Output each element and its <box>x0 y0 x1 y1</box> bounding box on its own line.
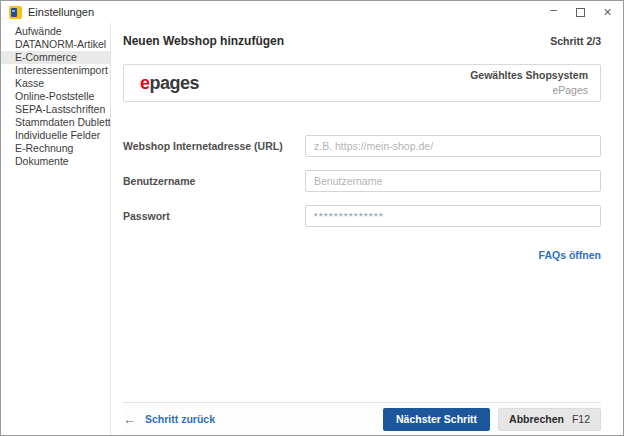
settings-window: Einstellungen – × Aufwände DATANORM-Arti… <box>0 0 624 436</box>
app-icon <box>9 6 22 19</box>
settings-sidebar: Aufwände DATANORM-Artikel E-Commerce Int… <box>1 23 111 435</box>
sidebar-item-individuelle-felder[interactable]: Individuelle Felder <box>1 129 110 142</box>
form-row-username: Benutzername <box>123 170 601 192</box>
selected-shopsystem-label: Gewähltes Shopsystem <box>470 69 588 82</box>
epages-logo: epages <box>140 74 199 92</box>
minimize-icon: – <box>550 3 557 17</box>
main-panel: Neuen Webshop hinzufügen Schritt 2/3 epa… <box>111 23 623 435</box>
epages-logo-e: e <box>140 73 150 93</box>
form-row-password: Passwort <box>123 205 601 227</box>
shopsystem-card: epages Gewähltes Shopsystem ePages <box>123 64 601 102</box>
minimize-button[interactable]: – <box>540 1 567 23</box>
cancel-shortcut-label: F12 <box>572 413 590 425</box>
sidebar-item-interessentenimport[interactable]: Interessentenimport <box>1 64 110 77</box>
close-button[interactable]: × <box>594 1 621 23</box>
next-step-button[interactable]: Nächster Schritt <box>383 408 490 431</box>
sidebar-item-sepa-lastschriften[interactable]: SEPA-Lastschriften <box>1 103 110 116</box>
sidebar-item-e-rechnung[interactable]: E-Rechnung <box>1 142 110 155</box>
username-input[interactable] <box>305 170 601 192</box>
back-step-label: Schritt zurück <box>145 413 215 425</box>
maximize-button[interactable] <box>567 1 594 23</box>
password-field-label: Passwort <box>123 210 305 222</box>
page-title: Neuen Webshop hinzufügen <box>123 34 284 48</box>
window-title: Einstellungen <box>28 6 94 18</box>
close-icon: × <box>603 4 611 20</box>
epages-logo-rest: pages <box>150 73 200 93</box>
form-row-url: Webshop Internetadresse (URL) <box>123 135 601 157</box>
sidebar-item-dokumente[interactable]: Dokumente <box>1 155 110 168</box>
url-input[interactable] <box>305 135 601 157</box>
sidebar-item-aufwaende[interactable]: Aufwände <box>1 25 110 38</box>
webshop-form: Webshop Internetadresse (URL) Benutzerna… <box>123 135 601 240</box>
wizard-footer: ← Schritt zurück Nächster Schritt Abbrec… <box>123 402 601 435</box>
title-bar: Einstellungen – × <box>1 1 623 23</box>
sidebar-item-e-commerce[interactable]: E-Commerce <box>1 51 110 64</box>
left-arrow-icon: ← <box>123 413 136 426</box>
faq-link[interactable]: FAQs öffnen <box>539 249 601 261</box>
cancel-button[interactable]: Abbrechen F12 <box>498 408 601 431</box>
sidebar-item-stammdaten-dubletten[interactable]: Stammdaten Dubletten <box>1 116 110 129</box>
sidebar-item-online-poststelle[interactable]: Online-Poststelle <box>1 90 110 103</box>
username-field-label: Benutzername <box>123 175 305 187</box>
step-indicator: Schritt 2/3 <box>550 35 601 47</box>
back-step-link[interactable]: ← Schritt zurück <box>123 413 215 426</box>
selected-shopsystem-value: ePages <box>470 84 588 97</box>
cancel-button-label: Abbrechen <box>509 413 564 425</box>
sidebar-item-datanorm-artikel[interactable]: DATANORM-Artikel <box>1 38 110 51</box>
sidebar-item-kasse[interactable]: Kasse <box>1 77 110 90</box>
maximize-icon <box>576 8 585 17</box>
url-field-label: Webshop Internetadresse (URL) <box>123 140 305 152</box>
password-input[interactable] <box>305 205 601 227</box>
